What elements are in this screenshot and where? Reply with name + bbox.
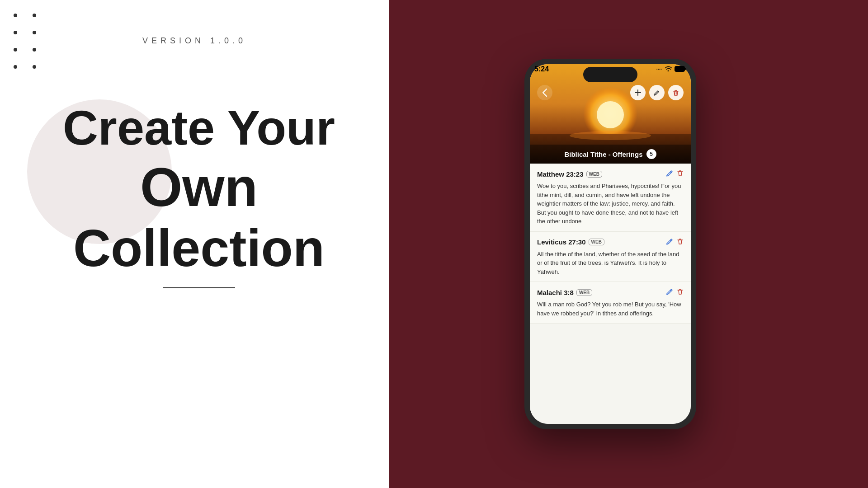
scripture-header: Leviticus 27:30 WEB xyxy=(537,238,684,246)
scripture-reference: Malachi 3:8 WEB xyxy=(537,289,592,296)
version-badge: WEB xyxy=(576,289,592,296)
dot-2 xyxy=(33,14,36,17)
delete-button[interactable] xyxy=(668,85,684,100)
right-section: 5:24 ···· xyxy=(389,0,868,488)
dot-4 xyxy=(33,31,36,34)
nav-buttons xyxy=(530,85,691,100)
svg-rect-1 xyxy=(685,68,686,70)
svg-point-4 xyxy=(597,101,624,128)
edit-button[interactable] xyxy=(649,85,665,100)
edit-icon[interactable] xyxy=(666,288,673,296)
svg-rect-0 xyxy=(675,66,685,71)
svg-point-6 xyxy=(570,131,651,140)
scripture-item: Malachi 3:8 WEB Will a man rob God? Yet … xyxy=(530,282,691,324)
dot-7 xyxy=(14,65,17,69)
collection-title-bar: Biblical Tithe - Offerings 5 xyxy=(530,145,691,164)
scripture-item: Leviticus 27:30 WEB All the tithe of the… xyxy=(530,232,691,282)
dots-decoration xyxy=(9,9,42,73)
left-section: VERSION 1.0.0 Create Your Own Collection xyxy=(0,0,389,488)
hero-line1: Create Your xyxy=(23,99,375,156)
phone-mockup: 5:24 ···· xyxy=(524,59,696,429)
status-time: 5:24 xyxy=(534,65,549,73)
delete-icon[interactable] xyxy=(677,238,684,246)
add-button[interactable] xyxy=(630,85,646,100)
ref-text: Leviticus 27:30 xyxy=(537,238,586,246)
back-button[interactable] xyxy=(537,85,552,100)
status-icons: ···· xyxy=(656,66,686,73)
scripture-actions xyxy=(666,238,684,246)
scripture-item: Matthew 23:23 WEB Woe to you, scribes an… xyxy=(530,164,691,232)
collection-name: Biblical Tithe - Offerings xyxy=(564,150,642,158)
dot-1 xyxy=(14,14,17,17)
scripture-actions xyxy=(666,170,684,178)
scripture-reference: Matthew 23:23 WEB xyxy=(537,170,602,178)
dot-3 xyxy=(14,31,17,34)
dot-5 xyxy=(14,48,17,52)
scripture-text: Woe to you, scribes and Pharisees, hypoc… xyxy=(537,182,684,226)
dot-6 xyxy=(33,48,36,52)
dynamic-island xyxy=(583,67,637,82)
scripture-header: Malachi 3:8 WEB xyxy=(537,288,684,296)
ref-text: Malachi 3:8 xyxy=(537,289,574,296)
edit-icon[interactable] xyxy=(666,238,673,246)
scripture-list: Matthew 23:23 WEB Woe to you, scribes an… xyxy=(530,164,691,424)
scripture-reference: Leviticus 27:30 WEB xyxy=(537,238,604,246)
delete-icon[interactable] xyxy=(677,170,684,178)
phone-screen: 5:24 ···· xyxy=(530,64,691,424)
hero-text-block: Create Your Own Collection xyxy=(23,99,375,288)
edit-icon[interactable] xyxy=(666,170,673,178)
battery-icon xyxy=(675,66,686,73)
scripture-text: Will a man rob God? Yet you rob me! But … xyxy=(537,300,684,318)
signal-dots-icon: ···· xyxy=(656,66,662,72)
action-buttons xyxy=(630,85,684,100)
hero-line2: Own xyxy=(23,156,375,218)
delete-icon[interactable] xyxy=(677,288,684,296)
version-badge: WEB xyxy=(586,171,602,178)
version-label: VERSION 1.0.0 xyxy=(142,36,246,46)
wifi-icon xyxy=(665,66,672,72)
scripture-actions xyxy=(666,288,684,296)
ref-text: Matthew 23:23 xyxy=(537,170,584,178)
scripture-text: All the tithe of the land, whether of th… xyxy=(537,250,684,277)
scripture-header: Matthew 23:23 WEB xyxy=(537,170,684,178)
version-badge: WEB xyxy=(589,239,604,245)
hero-underline xyxy=(163,287,235,288)
dot-8 xyxy=(33,65,36,69)
hero-line3: Collection xyxy=(23,218,375,278)
count-badge: 5 xyxy=(646,149,656,159)
